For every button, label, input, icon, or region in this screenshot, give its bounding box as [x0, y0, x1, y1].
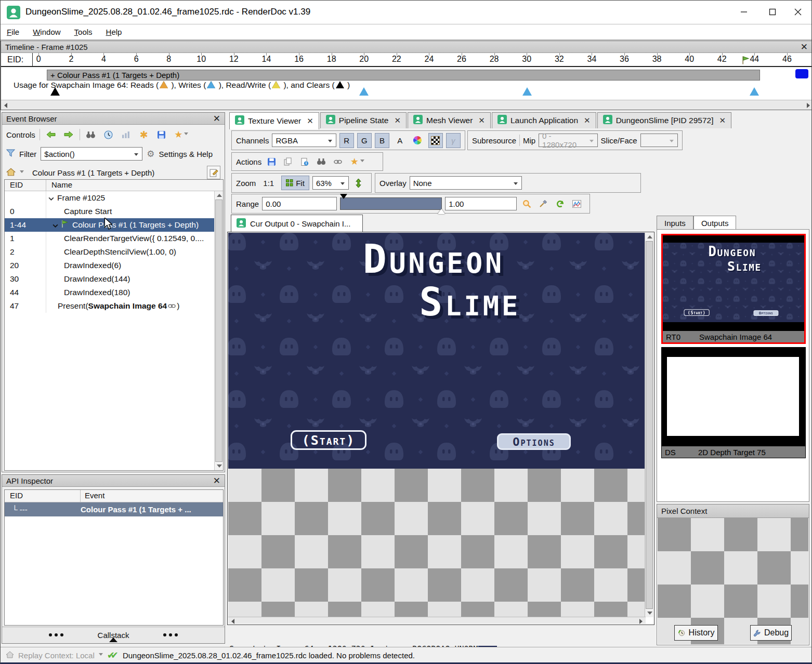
callstack-bar[interactable]: Callstack	[2, 627, 225, 643]
event-tree-scrollbar[interactable]	[214, 191, 223, 470]
autofit-magnifier-icon[interactable]	[520, 197, 533, 210]
tab-close-icon[interactable]: ✕	[584, 116, 591, 125]
rt0-thumbnail[interactable]: Dungeon Slime (Start) Options RT0 Swapch…	[661, 234, 806, 344]
timeline-scrollbar[interactable]	[1, 100, 812, 110]
channel-b-button[interactable]: B	[375, 133, 389, 148]
transparency-checkerboard[interactable]	[228, 469, 646, 617]
event-row-capture-start[interactable]: 0 Capture Start	[5, 205, 223, 218]
replay-context-label[interactable]: Replay Context: Local	[18, 651, 95, 660]
event-row-draw-180[interactable]: 44 DrawIndexed(180)	[5, 286, 223, 299]
tab-close-icon[interactable]: ✕	[394, 116, 401, 125]
api-event-column-header[interactable]: Event	[81, 490, 104, 502]
api-inspector-close-icon[interactable]: ✕	[213, 476, 220, 485]
gamma-button[interactable]: γ	[446, 133, 461, 148]
scroll-right-icon[interactable]	[639, 619, 643, 624]
output-texture-tab[interactable]: Cur Output 0 - Swapchain I...	[231, 215, 363, 232]
reset-range-icon[interactable]	[553, 197, 567, 210]
tab-close-icon[interactable]: ✕	[478, 116, 485, 125]
zoom-fit-button[interactable]: Fit	[281, 176, 309, 190]
range-max-input[interactable]: 1.00	[445, 197, 517, 210]
color-wheel-icon[interactable]	[410, 133, 425, 148]
range-black-point-handle[interactable]	[340, 194, 347, 199]
texture-vertical-scrollbar[interactable]	[645, 233, 653, 617]
eid-column-header[interactable]: EID	[5, 180, 46, 191]
filter-input[interactable]: $action()	[41, 147, 142, 161]
menu-tools[interactable]: Tools	[74, 28, 93, 36]
usage-marker-write-eid30[interactable]	[522, 87, 532, 96]
bookmark-asterisk-icon[interactable]: ✱	[137, 128, 151, 141]
custom-display-icon[interactable]: ★	[348, 155, 366, 168]
edit-filter-pencil-icon[interactable]	[207, 166, 220, 179]
gear-icon[interactable]: ⚙	[147, 149, 154, 160]
scroll-down-icon[interactable]	[647, 612, 652, 615]
maximize-button[interactable]	[762, 4, 783, 20]
home-icon[interactable]	[6, 168, 16, 178]
tab-inputs[interactable]: Inputs	[657, 216, 693, 230]
range-min-input[interactable]: 0.00	[262, 197, 337, 210]
timeline-pass-bar[interactable]: + Colour Pass #1 (1 Targets + Depth)	[47, 70, 760, 81]
channel-g-button[interactable]: G	[357, 133, 372, 148]
zoom-percent-select[interactable]: 63%	[312, 176, 349, 190]
breadcrumb-dropdown-icon[interactable]	[20, 170, 24, 175]
flip-y-icon[interactable]	[352, 176, 365, 190]
splitter-dots-icon[interactable]	[163, 633, 178, 636]
usage-marker-clear-eid1[interactable]	[50, 87, 60, 96]
expand-up-icon[interactable]	[109, 638, 117, 642]
stats-chart-icon[interactable]	[120, 128, 133, 141]
splitter-dots-icon[interactable]	[49, 633, 63, 636]
texture-display[interactable]: Dungeon Slime (Start) Options	[227, 232, 654, 625]
timeline-ruler[interactable]: EID: 02468101214161820222426283032343638…	[1, 53, 812, 67]
history-button[interactable]: History	[674, 625, 718, 641]
tab-outputs[interactable]: Outputs	[693, 216, 737, 230]
event-row-clear-dsv[interactable]: 2 ClearDepthStencilView(1.00, 0)	[5, 245, 223, 259]
minimize-button[interactable]	[734, 4, 754, 20]
scroll-up-icon[interactable]	[647, 235, 652, 238]
copy-icon[interactable]	[281, 155, 295, 168]
api-eid-column-header[interactable]: EID	[5, 490, 81, 502]
channel-r-button[interactable]: R	[339, 133, 354, 148]
export-save-icon[interactable]	[155, 128, 168, 141]
menu-window[interactable]: Window	[33, 28, 60, 36]
find-event-icon[interactable]	[84, 128, 98, 141]
menu-file[interactable]: File	[7, 28, 19, 36]
step-forward-button[interactable]	[62, 128, 75, 141]
alpha-checker-button[interactable]	[428, 133, 443, 148]
scroll-down-icon[interactable]	[217, 464, 222, 468]
texture-horizontal-scrollbar[interactable]	[228, 617, 646, 624]
context-dropdown-icon[interactable]	[99, 653, 103, 658]
event-row-colour-pass[interactable]: 1-44 Colour Pass #1 (1 Targets + Depth)	[5, 218, 223, 232]
channel-a-button[interactable]: A	[392, 133, 407, 148]
step-back-button[interactable]	[44, 128, 58, 141]
tab-texture-viewer[interactable]: Texture Viewer ✕	[229, 112, 319, 129]
texture-info-icon[interactable]	[298, 155, 311, 168]
api-row-colour-pass[interactable]: └ --- Colour Pass #1 (1 Targets + ...	[5, 502, 223, 516]
range-slider[interactable]	[340, 197, 442, 210]
range-white-point-handle[interactable]	[438, 209, 445, 214]
scroll-left-icon[interactable]	[231, 619, 234, 624]
resource-link[interactable]: Swapchain Image 64	[88, 301, 167, 311]
breadcrumb[interactable]: Colour Pass #1 (1 Targets + Depth)	[32, 168, 154, 177]
tab-close-icon[interactable]: ✕	[307, 116, 313, 126]
menu-help[interactable]: Help	[106, 28, 122, 36]
event-row-clear-rtv[interactable]: 1 ClearRenderTargetView({ 0.12549, 0....	[5, 232, 223, 245]
add-bookmark-icon[interactable]: ★	[173, 128, 190, 141]
timeline-current-marker[interactable]	[795, 69, 808, 78]
scroll-up-icon[interactable]	[217, 194, 222, 197]
settings-help-link[interactable]: Settings & Help	[159, 150, 213, 158]
tab-close-icon[interactable]: ✕	[719, 116, 726, 125]
save-icon[interactable]	[265, 155, 278, 168]
tab-pipeline-state[interactable]: Pipeline State ✕	[320, 112, 407, 128]
name-column-header[interactable]: Name	[46, 180, 72, 191]
tab-mesh-viewer[interactable]: Mesh Viewer ✕	[408, 112, 491, 128]
debug-button[interactable]: Debug	[750, 625, 792, 641]
event-browser-close-icon[interactable]: ✕	[213, 114, 220, 123]
event-row-draw-144[interactable]: 30 DrawIndexed(144)	[5, 272, 223, 286]
event-row-frame[interactable]: Frame #1025	[5, 191, 223, 205]
depth-thumbnail[interactable]: DS 2D Depth Target 75	[661, 347, 806, 458]
goto-binoculars-icon[interactable]	[315, 155, 328, 168]
texture-image[interactable]: Dungeon Slime (Start) Options	[228, 233, 647, 469]
tab-launch-application[interactable]: Launch Application ✕	[492, 112, 596, 128]
picker-icon[interactable]	[536, 197, 550, 210]
event-row-draw-6[interactable]: 20 DrawIndexed(6)	[5, 259, 223, 272]
scroll-left-icon[interactable]	[4, 103, 7, 108]
